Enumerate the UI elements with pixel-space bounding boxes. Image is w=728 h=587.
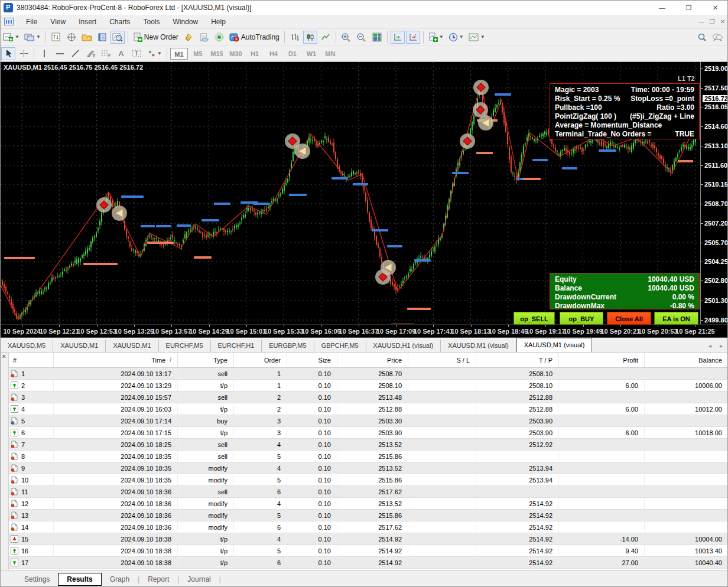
column-header-tp[interactable]: T / P — [476, 353, 559, 367]
table-row[interactable]: 122024.09.10 18:36modify40.102513.522514… — [9, 498, 728, 510]
bar-chart-button[interactable] — [288, 31, 302, 44]
chart-tab-4[interactable]: EURCHF,H1 — [211, 340, 262, 352]
zoom-out-button[interactable] — [355, 31, 369, 44]
auto-scroll-button[interactable] — [391, 31, 405, 44]
timeframe-button-m5[interactable]: M5 — [189, 48, 207, 60]
table-row[interactable]: 92024.09.10 18:35modify40.102513.522513.… — [9, 462, 728, 474]
tester-tab-settings[interactable]: Settings — [16, 573, 58, 586]
data-window-button[interactable] — [64, 31, 79, 44]
arrows-button[interactable]: ▼ — [145, 47, 164, 60]
child-window-icon[interactable] — [4, 18, 14, 25]
close-icon[interactable]: ✕ — [702, 1, 728, 15]
column-header-type[interactable]: Type — [178, 353, 234, 367]
column-header-[interactable]: # — [9, 353, 54, 367]
equidistant-channel-button[interactable]: E — [83, 47, 98, 60]
strategy-tester-button[interactable] — [110, 31, 125, 44]
tab-scroll-right-icon[interactable]: ▸ — [720, 343, 723, 349]
time-axis[interactable]: 10 Sep 202410 Sep 12:2110 Sep 12:5310 Se… — [1, 324, 728, 337]
tester-close-icon[interactable]: ✕ — [2, 354, 6, 360]
timeframe-button-m1[interactable]: M1 — [170, 48, 188, 60]
table-row[interactable]: 62024.09.10 17:15t/p30.102503.902503.906… — [9, 427, 728, 439]
chart-tab-0[interactable]: XAUUSD,M5 — [1, 340, 53, 352]
line-chart-button[interactable] — [318, 31, 333, 44]
cursor-button[interactable] — [1, 47, 15, 60]
chart-area[interactable]: XAUUSD,M1 2516.45 2516.75 2516.45 2516.7… — [1, 62, 700, 324]
profiles-button[interactable]: ▼ — [22, 31, 43, 44]
price-axis[interactable]: 2519.002517.502516.052514.602513.102511.… — [700, 62, 728, 324]
navigator-button[interactable] — [80, 31, 94, 44]
tester-tab-report[interactable]: Report — [139, 573, 177, 586]
op-buy-button[interactable]: op_BUY — [560, 312, 603, 325]
trendline-button[interactable] — [68, 47, 82, 60]
table-row[interactable]: 12024.09.10 13:17sell10.102508.702508.10 — [9, 368, 728, 380]
new-chart-button[interactable]: ▼ — [1, 31, 21, 44]
column-header-order[interactable]: Order — [234, 353, 287, 367]
child-minimize-icon[interactable]: — — [697, 18, 706, 25]
tester-tab-graph[interactable]: Graph — [102, 573, 138, 586]
table-row[interactable]: 132024.09.10 18:36modify50.102515.862514… — [9, 510, 728, 521]
market-watch-button[interactable] — [49, 31, 63, 44]
timeframe-button-m15[interactable]: M15 — [208, 48, 226, 60]
terminal-button[interactable] — [95, 31, 109, 44]
menu-item-window[interactable]: Window — [167, 15, 205, 29]
table-row[interactable]: 102024.09.10 18:35modify50.102515.862513… — [9, 474, 728, 486]
table-row[interactable]: 172024.09.10 18:38t/p60.102514.922514.92… — [9, 557, 728, 569]
menu-item-charts[interactable]: Charts — [103, 15, 136, 29]
chart-tab-9[interactable]: XAUUSD,M1 (visual) — [516, 338, 593, 352]
menu-item-help[interactable]: Help — [204, 15, 232, 29]
op-sell-button[interactable]: op_SELL — [514, 312, 555, 325]
table-row[interactable]: 82024.09.10 18:35sell50.102515.86 — [9, 451, 728, 462]
chart-shift-button[interactable] — [406, 31, 420, 44]
fibonacci-button[interactable]: F — [99, 47, 113, 60]
table-row[interactable]: 42024.09.10 16:03t/p20.102512.882512.886… — [9, 403, 728, 415]
table-row[interactable]: 72024.09.10 18:25sell40.102513.522512.92 — [9, 439, 728, 451]
candlestick-chart-button[interactable] — [303, 31, 317, 44]
menu-item-file[interactable]: File — [20, 15, 44, 29]
table-row[interactable]: 52024.09.10 17:14buy30.102503.302503.90 — [9, 415, 728, 427]
chart-tab-8[interactable]: XAUUSD,M1 (visual) — [441, 340, 516, 352]
timeframe-button-mn[interactable]: MN — [321, 48, 339, 60]
periods-button[interactable]: ▼ — [447, 31, 466, 44]
signals-button[interactable] — [212, 31, 226, 44]
tab-scroll-left-icon[interactable]: ◂ — [708, 343, 711, 349]
timeframe-button-m30[interactable]: M30 — [227, 48, 245, 60]
table-row[interactable]: 112024.09.10 18:36sell60.102517.62 — [9, 486, 728, 498]
column-header-time[interactable]: Time/ — [54, 353, 178, 367]
column-header-size[interactable]: Size — [287, 353, 337, 367]
text-button[interactable]: A — [114, 47, 128, 60]
minimize-icon[interactable]: — — [649, 1, 675, 15]
menu-item-view[interactable]: View — [44, 15, 72, 29]
table-row[interactable]: 152024.09.10 18:38t/p40.102514.922514.92… — [9, 533, 728, 545]
tester-tab-results[interactable]: Results — [58, 573, 101, 586]
tester-tab-journal[interactable]: Journal — [179, 573, 219, 586]
metaeditor-button[interactable] — [181, 31, 196, 44]
menu-item-tools[interactable]: Tools — [137, 15, 167, 29]
column-header-sl[interactable]: S / L — [408, 353, 476, 367]
text-label-button[interactable]: T — [129, 47, 144, 60]
child-restore-icon[interactable]: ❐ — [707, 18, 717, 25]
chart-tab-7[interactable]: XAUUSD,H1 (visual) — [366, 340, 441, 352]
timeframe-button-w1[interactable]: W1 — [303, 48, 320, 60]
templates-button[interactable]: ▼ — [467, 31, 487, 44]
chart-tab-3[interactable]: EURCHF,M5 — [159, 340, 211, 352]
tile-windows-button[interactable] — [370, 31, 384, 44]
vertical-line-button[interactable] — [37, 47, 51, 60]
chart-tab-6[interactable]: GBPCHF,M5 — [314, 340, 366, 352]
indicators-button[interactable]: ▼ — [427, 31, 446, 44]
table-row[interactable]: 22024.09.10 13:29t/p10.102508.102508.106… — [9, 380, 728, 392]
crosshair-button[interactable] — [17, 47, 31, 60]
timeframe-button-h1[interactable]: H1 — [246, 48, 264, 60]
ea-is-on-button[interactable]: EA is ON — [654, 312, 698, 325]
search-icon[interactable] — [695, 31, 709, 44]
new-order-button[interactable]: New Order — [131, 31, 180, 44]
table-row[interactable]: 32024.09.10 15:57sell20.102513.482512.88 — [9, 392, 728, 403]
child-close-icon[interactable]: ✕ — [718, 18, 727, 25]
timeframe-button-h4[interactable]: H4 — [265, 48, 282, 60]
chart-tab-2[interactable]: XAUUSD,M1 — [106, 340, 158, 352]
column-header-price[interactable]: Price — [337, 353, 408, 367]
timeframe-button-d1[interactable]: D1 — [284, 48, 301, 60]
chat-icon[interactable] — [710, 31, 724, 44]
column-header-profit[interactable]: Profit — [559, 353, 645, 367]
publisher-button[interactable] — [197, 31, 211, 44]
zoom-in-button[interactable] — [339, 31, 353, 44]
